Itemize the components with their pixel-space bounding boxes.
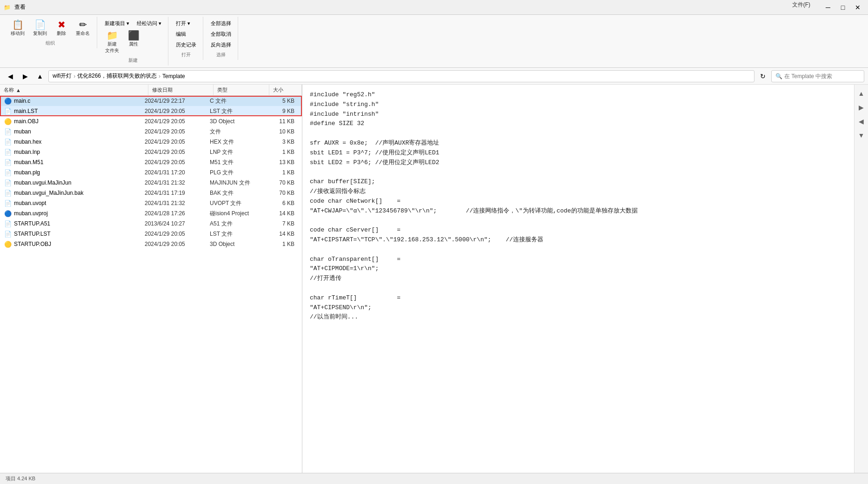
name-column-header[interactable]: 名称 ▲	[0, 85, 148, 95]
path-segment-1[interactable]: wifi开灯	[53, 72, 72, 80]
history-label: 历史记录	[176, 41, 196, 48]
select-all-button[interactable]: 全部选择	[208, 19, 234, 28]
invert-selection-button[interactable]: 反向选择	[208, 40, 234, 50]
file-name: main.LST	[14, 108, 145, 114]
file-size: 14 KB	[266, 231, 298, 237]
sidebar-down-button[interactable]: ▼	[856, 130, 867, 140]
close-button[interactable]: ✕	[851, 1, 864, 14]
ribbon-organize-content: 📋 移动到 📄 复制到 ✖ 删除 ✏ 重命名	[7, 19, 93, 38]
refresh-button[interactable]: ↻	[756, 70, 769, 83]
up-button[interactable]: ▲	[33, 70, 47, 83]
table-row[interactable]: 📄 muban.hex 2024/1/29 20:05 HEX 文件 3 KB	[0, 137, 302, 147]
move-to-button[interactable]: 📋 移动到	[7, 19, 28, 38]
path-segment-3[interactable]: Template	[162, 73, 185, 80]
table-row[interactable]: 📄 main.LST 2024/1/29 20:05 LST 文件 9 KB	[0, 106, 302, 116]
new-folder-icon: 📁	[107, 31, 118, 40]
minimize-button[interactable]: ─	[821, 1, 835, 14]
file-type: LST 文件	[210, 230, 266, 238]
file-icon: 📄	[4, 189, 12, 197]
type-column-header[interactable]: 类型	[214, 85, 269, 95]
file-date: 2024/1/31 17:19	[145, 190, 210, 196]
ribbon-group-open: 打开 ▾ 编辑 历史记录 打开	[169, 17, 203, 60]
title-bar: 📁 查看 文件(F) ─ □ ✕	[0, 0, 868, 15]
table-row[interactable]: 🔵 main.c 2024/1/29 22:17 C 文件 5 KB	[0, 96, 302, 106]
table-row[interactable]: 🟡 main.OBJ 2024/1/29 20:05 3D Object 11 …	[0, 116, 302, 126]
file-date: 2013/6/24 10:27	[145, 220, 210, 227]
table-row[interactable]: 📄 muban.plg 2024/1/31 17:20 PLG 文件 1 KB	[0, 167, 302, 178]
file-type: LNP 文件	[210, 148, 266, 156]
back-button[interactable]: ◀	[4, 70, 17, 83]
table-row[interactable]: 📄 muban.uvopt 2024/1/31 21:32 UVOPT 文件 6…	[0, 198, 302, 208]
easy-access-button[interactable]: 经松访问 ▾	[134, 19, 164, 28]
sidebar-expand-button[interactable]: ▶	[856, 102, 867, 113]
search-box[interactable]: 🔍	[771, 70, 864, 82]
file-size: 1 KB	[266, 169, 298, 176]
path-separator-1: ›	[73, 73, 75, 80]
file-name: muban.uvgui.MaJinJun	[14, 179, 145, 186]
table-row[interactable]: 📄 muban 2024/1/29 20:05 文件 10 KB	[0, 126, 302, 137]
file-name: muban.hex	[14, 139, 145, 145]
ribbon-new-content: 新建项目 ▾ 经松访问 ▾ 📁 新建文件夹 ⬛ 属性	[102, 19, 164, 55]
table-row[interactable]: 📄 muban.uvgui.MaJinJun 2024/1/31 21:32 M…	[0, 178, 302, 188]
title-bar-controls[interactable]: 文件(F) ─ □ ✕	[792, 1, 864, 14]
select-group-label: 选择	[216, 52, 226, 58]
file-size: 13 KB	[266, 159, 298, 166]
sidebar-collapse-button[interactable]: ◀	[856, 116, 867, 126]
size-column-header[interactable]: 大小	[269, 85, 302, 95]
date-column-header[interactable]: 修改日期	[148, 85, 214, 95]
file-date: 2024/1/29 20:05	[145, 159, 210, 166]
table-row[interactable]: 📄 muban.M51 2024/1/29 20:05 M51 文件 13 KB	[0, 157, 302, 167]
copy-icon: 📄	[34, 20, 46, 29]
file-size: 1 KB	[266, 241, 298, 247]
file-type: 碰ision4 Project	[210, 210, 266, 218]
ribbon: 📋 移动到 📄 复制到 ✖ 删除 ✏ 重命名 组织 新建项目 ▾	[0, 15, 868, 68]
path-segment-2[interactable]: 优化8266，捕获联网失败的状态	[77, 72, 157, 80]
new-item-label: 新建项目 ▾	[105, 20, 129, 27]
ribbon-open-content: 打开 ▾ 编辑 历史记录	[173, 19, 199, 50]
new-item-button[interactable]: 新建项目 ▾	[102, 19, 132, 28]
new-folder-button[interactable]: 📁 新建文件夹	[102, 29, 122, 55]
table-row[interactable]: 🟡 STARTUP.OBJ 2024/1/29 20:05 3D Object …	[0, 239, 302, 249]
delete-button[interactable]: ✖ 删除	[52, 19, 71, 38]
new-top-row: 新建项目 ▾ 经松访问 ▾	[102, 19, 164, 28]
table-row[interactable]: 📄 STARTUP.A51 2013/6/24 10:27 A51 文件 7 K…	[0, 219, 302, 229]
table-row[interactable]: 📄 muban.lnp 2024/1/29 20:05 LNP 文件 1 KB	[0, 147, 302, 157]
file-type: C 文件	[210, 97, 266, 105]
edit-button[interactable]: 编辑	[173, 29, 189, 39]
file-type: M51 文件	[210, 159, 266, 166]
address-path[interactable]: wifi开灯 › 优化8266，捕获联网失败的状态 › Template	[48, 70, 754, 82]
table-row[interactable]: 📄 STARTUP.LST 2024/1/29 20:05 LST 文件 14 …	[0, 229, 302, 239]
forward-button[interactable]: ▶	[19, 70, 32, 83]
sidebar-up-button[interactable]: ▲	[856, 88, 867, 99]
table-row[interactable]: 🔵 muban.uvproj 2024/1/28 17:26 碰ision4 P…	[0, 208, 302, 219]
file-date: 2024/1/31 21:32	[145, 200, 210, 206]
rename-button[interactable]: ✏ 重命名	[73, 19, 93, 38]
table-row[interactable]: 📄 muban.uvgui_MaJinJun.bak 2024/1/31 17:…	[0, 188, 302, 198]
file-icon: 🟡	[4, 117, 12, 126]
file-icon: 📄	[4, 107, 12, 115]
file-size: 11 KB	[266, 118, 298, 125]
file-date: 2024/1/29 22:17	[145, 98, 210, 104]
title-bar-title: 查看	[14, 3, 26, 11]
history-button[interactable]: 历史记录	[173, 40, 199, 50]
ribbon-group-new: 新建项目 ▾ 经松访问 ▾ 📁 新建文件夹 ⬛ 属性 新建	[98, 17, 168, 66]
open-button[interactable]: 打开 ▾	[173, 19, 193, 28]
title-bar-left: 📁 查看	[4, 3, 26, 11]
app-icon: 📁	[4, 4, 11, 11]
new-group-label: 新建	[128, 57, 138, 64]
file-icon: 📄	[4, 127, 12, 136]
app-name-label: 文件(F)	[792, 1, 810, 14]
ribbon-select-content: 全部选择 全部取消 反向选择	[208, 19, 234, 50]
copy-to-button[interactable]: 📄 复制到	[30, 19, 50, 38]
file-icon: 📄	[4, 219, 12, 228]
file-date: 2024/1/29 20:05	[145, 139, 210, 145]
search-input[interactable]	[784, 73, 860, 80]
file-date: 2024/1/29 20:05	[145, 149, 210, 155]
file-name: muban.lnp	[14, 149, 145, 155]
file-type: 文件	[210, 128, 266, 136]
select-none-button[interactable]: 全部取消	[208, 29, 234, 39]
maximize-button[interactable]: □	[836, 1, 849, 14]
ribbon-group-organize: 📋 移动到 📄 复制到 ✖ 删除 ✏ 重命名 组织	[4, 17, 97, 48]
file-size: 3 KB	[266, 139, 298, 145]
properties-button[interactable]: ⬛ 属性	[124, 29, 143, 49]
